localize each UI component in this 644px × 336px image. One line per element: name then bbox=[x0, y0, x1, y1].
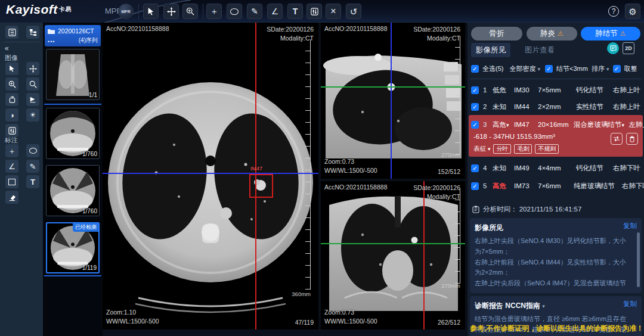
image-section-label: 图像 bbox=[5, 54, 18, 63]
help-button[interactable]: ? bbox=[606, 4, 621, 19]
toolbar-divider bbox=[203, 4, 203, 19]
rect-annot-button[interactable] bbox=[5, 175, 18, 188]
gear-icon: ⚙ bbox=[628, 7, 636, 16]
nodule-checkbox[interactable] bbox=[471, 164, 479, 172]
close-icon: × bbox=[330, 7, 336, 16]
crosshair-tool-button[interactable]: ＋ bbox=[206, 4, 222, 19]
view-2d-toggle-button[interactable]: 2D bbox=[623, 42, 634, 54]
mode-lung-nodule-button[interactable]: 肺结节⚠ bbox=[581, 27, 640, 41]
mpr-mode-button[interactable]: MPR bbox=[118, 4, 134, 19]
select-all-label: 全选(5) bbox=[482, 64, 503, 73]
rotate-side-button[interactable] bbox=[5, 93, 18, 106]
nodule-row-1[interactable]: 1 低危 IM30 7×5mm 钙化结节 右肺上叶 bbox=[469, 82, 643, 98]
angle-tool-button[interactable]: ∠ bbox=[267, 4, 283, 19]
pointer-tool-button[interactable] bbox=[143, 4, 159, 19]
pan-icon bbox=[29, 65, 37, 73]
acc-number-overlay: AccNO:202101158888 bbox=[324, 25, 387, 32]
viewport-sagittal[interactable]: 270mm AccNO:202101158888 SDate:20200126M… bbox=[321, 23, 465, 179]
tab-findings[interactable]: 影像所见 bbox=[471, 43, 510, 57]
feature-dropdown[interactable]: 表征 ▾ bbox=[473, 145, 490, 153]
select-all-checkbox[interactable] bbox=[471, 65, 479, 73]
sort-dropdown[interactable]: 排序 ▾ bbox=[592, 64, 609, 73]
magnify-side-button[interactable] bbox=[26, 77, 39, 91]
close-tool-button[interactable]: × bbox=[326, 4, 341, 19]
scale-ruler-label: 270mm bbox=[441, 151, 460, 158]
levels-side-button[interactable] bbox=[5, 124, 18, 137]
text-tool-button[interactable]: T bbox=[287, 4, 303, 19]
window-level-button[interactable] bbox=[306, 4, 322, 19]
cine-play-side-button[interactable] bbox=[26, 93, 39, 106]
eraser-annot-button[interactable] bbox=[5, 191, 18, 204]
crosshair-horizontal-green[interactable] bbox=[321, 86, 465, 88]
reset-button[interactable]: ↺ bbox=[346, 4, 361, 19]
density-filter-dropdown[interactable]: 全部密度 ▾ bbox=[509, 64, 540, 73]
crosshair-horizontal-blue[interactable] bbox=[103, 173, 318, 174]
nodule-row-5[interactable]: 5 高危 IM73 7×6mm 纯磨玻璃结节 右肺下叶 bbox=[469, 178, 643, 194]
findings-scrollbar[interactable] bbox=[637, 232, 640, 287]
crosshair-annot-button[interactable]: ＋ bbox=[5, 144, 18, 157]
nodule-row-3-main[interactable]: 3 高危▾ IM47 20×16mm 混合磨玻璃结节▾ 左肺上叶▾ bbox=[469, 116, 643, 133]
round-checkbox[interactable] bbox=[613, 65, 621, 73]
feature-chip: 分叶 bbox=[493, 144, 511, 154]
pointer-tool-side-button[interactable] bbox=[5, 62, 18, 75]
thumbnail-xray[interactable]: 1/1 bbox=[46, 49, 100, 100]
viewport-coronal[interactable]: 270mm AccNO:202101158888 SDate:20200126M… bbox=[321, 181, 465, 329]
crosshair-vertical-red[interactable] bbox=[423, 181, 425, 329]
text-icon: T bbox=[293, 7, 298, 15]
pan-tool-button[interactable] bbox=[163, 4, 179, 19]
text-annot-button[interactable]: T bbox=[26, 175, 39, 188]
type-dropdown[interactable]: 混合磨玻璃结节▾ bbox=[574, 120, 624, 129]
nodule-row-2[interactable]: 2 未知 IM44 2×2mm 实性结节 右肺上叶 bbox=[469, 98, 643, 115]
report-bubble-button[interactable] bbox=[607, 42, 619, 54]
small-nodule-checkbox[interactable] bbox=[545, 65, 553, 73]
thumbnail-ct-2[interactable]: 1/760 bbox=[46, 165, 100, 216]
crosshair-horizontal-green[interactable] bbox=[321, 243, 465, 244]
collapse-sidebar-button[interactable]: « bbox=[5, 44, 9, 52]
study-title: 20200126CT bbox=[58, 27, 94, 35]
layout-button[interactable] bbox=[5, 26, 18, 39]
nodule-checkbox[interactable] bbox=[471, 182, 479, 190]
pan-tool-side-button[interactable] bbox=[26, 62, 39, 75]
contrast-side-button[interactable]: ◑ bbox=[5, 108, 18, 122]
risk-dropdown[interactable]: 高危▾ bbox=[493, 120, 514, 129]
nodule-checkbox[interactable] bbox=[471, 103, 479, 111]
pointer-icon bbox=[147, 7, 155, 15]
measure-tool-button[interactable]: ✎ bbox=[247, 4, 262, 19]
ellipse-tool-button[interactable] bbox=[227, 4, 242, 19]
study-more-button[interactable]: ••• bbox=[48, 39, 55, 45]
location-dropdown[interactable]: 左肺上叶▾ bbox=[624, 120, 644, 129]
feature-chip: 毛刺 bbox=[514, 144, 532, 154]
nodule-checkbox[interactable] bbox=[471, 86, 479, 94]
delete-nodule-button[interactable] bbox=[626, 133, 638, 145]
crosshair-vertical-blue[interactable] bbox=[391, 23, 392, 179]
sidebar-divider bbox=[4, 42, 39, 42]
thumbnail-ct-3-selected[interactable]: 已经检测 1/119 bbox=[46, 222, 100, 273]
nodule-row-3-selected[interactable]: 3 高危▾ IM47 20×16mm 混合磨玻璃结节▾ 左肺上叶▾ -618 -… bbox=[469, 115, 643, 157]
copy-report-button[interactable]: 复制 bbox=[623, 300, 637, 309]
viewport-axial[interactable]: IM47 360mm AccNO:202101158888 SDate:2020… bbox=[103, 23, 318, 329]
zoom-in-side-button[interactable] bbox=[5, 77, 18, 91]
scale-ruler-line bbox=[310, 39, 311, 290]
mode-pneumonia-button[interactable]: 肺炎⚠ bbox=[527, 27, 577, 41]
ellipse-annot-button[interactable] bbox=[26, 144, 39, 157]
tab-image-view[interactable]: 图片查看 bbox=[520, 43, 559, 57]
settings-button[interactable]: ⚙ bbox=[625, 4, 640, 19]
mode-fracture-button[interactable]: 骨折 bbox=[471, 27, 522, 41]
thumbnail-ct-1[interactable]: 1/760 bbox=[46, 108, 100, 159]
window-level-icon bbox=[311, 8, 318, 15]
series-structure-button[interactable] bbox=[26, 26, 39, 39]
study-header[interactable]: 20200126CT ••• (4)序列 bbox=[45, 25, 101, 46]
nodule-checkbox[interactable] bbox=[471, 121, 479, 129]
swap-nodule-button[interactable] bbox=[611, 133, 623, 145]
zoom-tool-button[interactable] bbox=[182, 4, 198, 19]
nodule-roi-box[interactable] bbox=[249, 174, 273, 198]
pointer-icon bbox=[8, 65, 16, 72]
nodule-row-4[interactable]: 4 未知 IM49 4×4mm 钙化结节 右肺下叶 bbox=[469, 160, 643, 176]
findings-title: 影像所见 bbox=[475, 223, 503, 232]
copy-findings-button[interactable]: 复制 bbox=[623, 222, 637, 231]
chevron-down-icon: ▾ bbox=[606, 66, 609, 72]
brightness-side-button[interactable]: ☀ bbox=[26, 108, 39, 122]
angle-annot-button[interactable]: ∠ bbox=[5, 160, 18, 173]
pencil-annot-button[interactable]: ✎ bbox=[26, 160, 39, 173]
crosshair-icon: ＋ bbox=[8, 147, 16, 155]
